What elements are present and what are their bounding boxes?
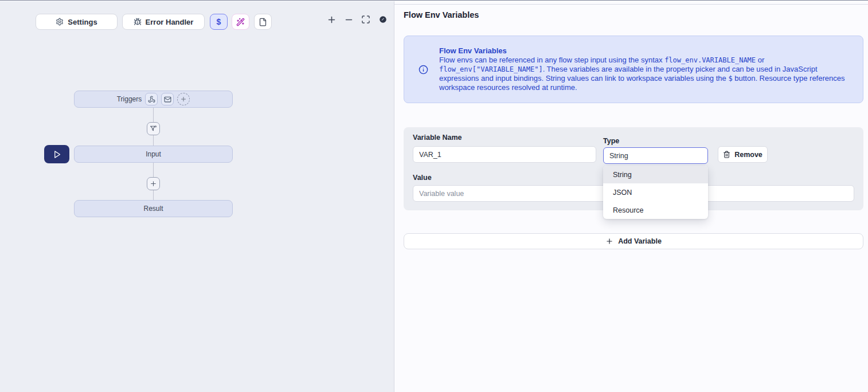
email-trigger-button[interactable] (161, 93, 174, 105)
add-variable-button[interactable]: Add Variable (404, 233, 863, 249)
info-body: Flow envs can be referenced in any flow … (439, 56, 847, 92)
play-icon (53, 150, 61, 159)
dollar-icon: $ (217, 17, 221, 26)
trash-icon (723, 151, 730, 158)
add-trigger-button[interactable] (177, 93, 190, 105)
add-variable-button-label: Add Variable (618, 237, 662, 245)
flow-env-variables-panel: Flow Env Variables Flow Env Variables Fl… (394, 1, 868, 392)
plus-icon (150, 180, 157, 187)
type-option-resource[interactable]: Resource (603, 201, 708, 219)
flow-editor-page: Settings Error Handler $ (0, 0, 868, 392)
run-flow-button[interactable] (44, 145, 69, 163)
error-handler-button[interactable]: Error Handler (122, 14, 205, 30)
plus-icon (605, 237, 613, 245)
ai-assistant-button[interactable] (232, 14, 249, 30)
filter-funnel-icon (150, 125, 157, 132)
add-step-button[interactable] (147, 177, 160, 190)
node-triggers[interactable]: Triggers (74, 91, 233, 108)
canvas-controls (326, 14, 389, 25)
type-label: Type (603, 137, 619, 145)
error-handler-button-label: Error Handler (146, 18, 194, 26)
gear-icon (56, 18, 64, 26)
flow-canvas[interactable]: Settings Error Handler $ (0, 1, 394, 392)
settings-button[interactable]: Settings (36, 14, 118, 30)
bug-icon (134, 18, 142, 26)
remove-button-label: Remove (734, 151, 763, 159)
variable-name-label: Variable Name (413, 134, 462, 142)
document-icon (259, 18, 267, 26)
webhook-trigger-button[interactable] (145, 93, 158, 105)
type-select[interactable] (603, 147, 708, 164)
flow-env-variables-button[interactable]: $ (210, 14, 228, 30)
input-node-label: Input (146, 150, 161, 158)
email-icon (164, 96, 171, 103)
info-title: Flow Env Variables (439, 46, 847, 56)
zoom-out-icon[interactable] (343, 14, 354, 25)
zoom-in-icon[interactable] (326, 14, 337, 25)
remove-variable-button[interactable]: Remove (718, 146, 768, 163)
type-option-string[interactable]: String (603, 166, 708, 183)
magic-wand-icon (236, 18, 245, 26)
edge-plus-result (153, 190, 154, 200)
edge-input-plus (153, 163, 154, 177)
info-icon (419, 65, 428, 75)
interactivity-toggle-icon[interactable] (377, 14, 389, 25)
edge-triggers-filter (153, 108, 154, 122)
value-label: Value (413, 174, 432, 182)
result-node-label: Result (143, 205, 163, 213)
triggers-node-label: Triggers (117, 95, 142, 103)
panel-title: Flow Env Variables (404, 10, 479, 19)
variable-name-input[interactable] (413, 146, 596, 163)
info-callout: Flow Env Variables Flow envs can be refe… (404, 36, 863, 103)
node-input[interactable]: Input (74, 146, 233, 163)
preprocessor-filter-button[interactable] (147, 122, 160, 135)
webhook-icon (148, 96, 155, 103)
type-dropdown-menu: String JSON Resource (603, 166, 708, 219)
template-button[interactable] (254, 14, 272, 30)
node-result[interactable]: Result (74, 200, 233, 217)
edge-filter-input (153, 135, 154, 146)
type-option-json[interactable]: JSON (603, 183, 708, 201)
fit-view-icon[interactable] (360, 14, 372, 25)
settings-button-label: Settings (68, 18, 97, 26)
info-text: Flow Env Variables Flow envs can be refe… (439, 46, 847, 92)
plus-icon (180, 96, 187, 103)
